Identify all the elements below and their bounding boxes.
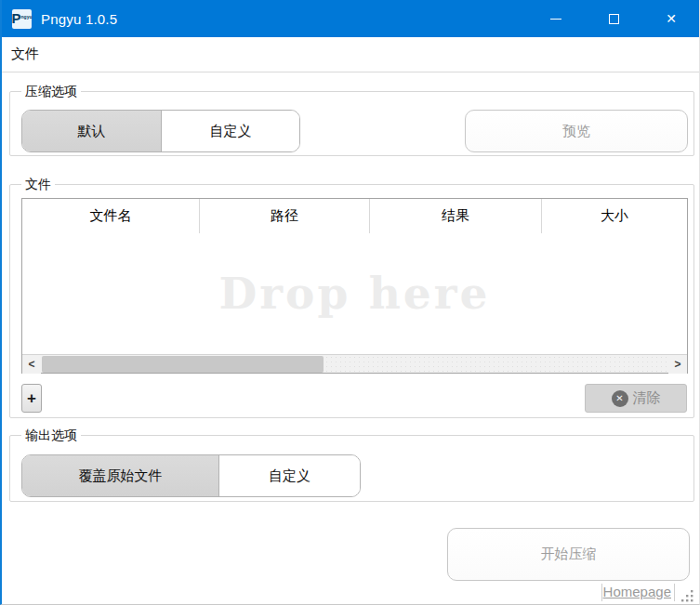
chevron-right-icon: > — [674, 358, 680, 371]
add-file-button[interactable]: + — [21, 384, 42, 413]
output-mode-segmented: 覆盖原始文件 自定义 — [21, 454, 361, 497]
scroll-left-button[interactable]: < — [22, 355, 41, 374]
column-header-size[interactable]: 大小 — [541, 199, 687, 233]
maximize-icon — [609, 14, 619, 24]
file-table-header: 文件名 路径 结果 大小 — [22, 199, 687, 233]
horizontal-scrollbar[interactable]: < > — [22, 354, 687, 373]
app-icon-subtext: ngyu — [21, 7, 33, 26]
output-custom-button[interactable]: 自定义 — [218, 455, 360, 496]
resize-grip-icon[interactable] — [681, 590, 693, 602]
file-table: 文件名 路径 结果 大小 Drop here < > — [21, 198, 688, 374]
menu-item-file[interactable]: 文件 — [2, 46, 48, 63]
clear-x-glyph: ✕ — [615, 394, 623, 403]
output-overwrite-button[interactable]: 覆盖原始文件 — [22, 455, 218, 496]
compress-options-label: 压缩选项 — [21, 82, 81, 100]
statusbar: Homepage — [2, 582, 699, 604]
app-icon: Pngyu — [12, 9, 32, 29]
chevron-left-icon: < — [28, 358, 34, 371]
window-controls: ✕ — [527, 0, 700, 37]
output-options-label: 输出选项 — [21, 426, 81, 444]
status-separator — [674, 584, 675, 601]
start-compression-button[interactable]: 开始压缩 — [447, 528, 690, 581]
titlebar: Pngyu Pngyu 1.0.5 ✕ — [0, 0, 700, 37]
window-title: Pngyu 1.0.5 — [41, 11, 117, 27]
maximize-button[interactable] — [585, 0, 642, 37]
files-group: 文件 文件名 路径 结果 大小 Drop here < > + — [9, 184, 694, 418]
output-options-group: 输出选项 覆盖原始文件 自定义 — [9, 435, 694, 502]
minimize-button[interactable] — [527, 0, 585, 37]
compress-options-group: 压缩选项 默认 自定义 预览 — [9, 91, 694, 156]
files-group-label: 文件 — [21, 175, 55, 193]
column-header-filename[interactable]: 文件名 — [22, 199, 199, 233]
compress-custom-button[interactable]: 自定义 — [161, 111, 299, 151]
close-button[interactable]: ✕ — [642, 0, 700, 37]
clear-icon: ✕ — [612, 390, 628, 407]
compress-mode-segmented: 默认 自定义 — [21, 110, 300, 152]
file-drop-zone[interactable]: Drop here — [23, 233, 686, 353]
homepage-link[interactable]: Homepage — [603, 584, 671, 599]
column-header-path[interactable]: 路径 — [199, 199, 369, 233]
close-icon: ✕ — [666, 12, 677, 25]
scrollbar-thumb[interactable] — [42, 356, 324, 373]
app-icon-letter: P — [12, 9, 21, 28]
minimize-icon — [550, 19, 561, 20]
menubar: 文件 — [2, 37, 699, 72]
drop-here-hint: Drop here — [219, 268, 491, 319]
clear-button-label: 清除 — [633, 389, 661, 407]
column-header-result[interactable]: 结果 — [369, 199, 541, 233]
pngyu-window: Pngyu Pngyu 1.0.5 ✕ 文件 压缩选项 默认 自定义 预览 文件 — [0, 0, 700, 605]
clear-button[interactable]: ✕ 清除 — [585, 384, 687, 413]
compress-default-button[interactable]: 默认 — [22, 111, 161, 151]
scroll-right-button[interactable]: > — [668, 355, 687, 374]
preview-button[interactable]: 预览 — [465, 110, 688, 152]
